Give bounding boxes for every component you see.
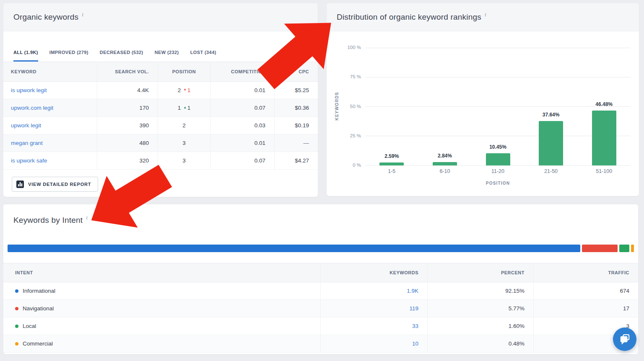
keyword-filter-tabs: ALL (1.9K)IMPROVED (279)DECREASED (532)N… [3, 31, 318, 62]
chart-bar [379, 162, 404, 165]
intent-segment-commercial [631, 245, 634, 252]
x-tick-label: 11-20 [473, 168, 523, 174]
bar-value-label: 10.45% [479, 144, 517, 150]
intent-header-row: INTENTKEYWORDSPERCENTTRAFFIC [3, 263, 638, 282]
keywords-count-link[interactable]: 33 [412, 323, 418, 329]
organic-keywords-header: Organic keywords i [3, 3, 318, 31]
cpc-cell: — [275, 134, 318, 152]
chat-bubbles-icon [618, 333, 631, 346]
column-header: POSITION [158, 62, 210, 81]
keyword-row: is upwork safe32030.07$4.27 [3, 152, 318, 170]
keywords-count-link[interactable]: 119 [409, 305, 418, 312]
keywords-by-intent-panel: Keywords by Intent i INTENTKEYWORDSPERCE… [3, 204, 638, 354]
intent-title: Keywords by Intent [13, 216, 83, 225]
keyword-link[interactable]: upwork.com legit [11, 105, 53, 111]
gridline [365, 136, 631, 136]
y-tick-label: 0 % [338, 162, 361, 168]
column-header: CPC [275, 62, 318, 81]
down-triangle-icon: ▼ [183, 88, 187, 92]
info-icon[interactable]: i [86, 214, 88, 221]
traffic-cell: 674 [534, 282, 638, 299]
tab-improved[interactable]: IMPROVED (279) [49, 46, 88, 62]
keyword-row: is upwork legit4.4K2▼10.01$5.25 [3, 82, 318, 99]
intent-dot-icon [15, 342, 18, 346]
distribution-title: Distribution of organic keyword rankings [337, 13, 481, 22]
search-vol-cell: 390 [97, 117, 158, 134]
keywords-count-link[interactable]: 10 [412, 340, 418, 347]
search-vol-cell: 320 [97, 152, 158, 169]
search-vol-cell: 170 [97, 99, 158, 116]
info-icon[interactable]: i [82, 11, 83, 18]
column-header: INTENT [3, 263, 321, 282]
keywords-count-link[interactable]: 1.9K [407, 288, 418, 294]
percent-cell: 0.48% [428, 335, 534, 352]
x-tick-label: 6-10 [420, 168, 470, 174]
position-cell: 3 [158, 134, 210, 152]
bar-value-label: 37.64% [532, 112, 570, 118]
x-tick-label: 21-50 [526, 168, 576, 174]
intent-segment-navigational [582, 245, 618, 252]
intent-row: Informational1.9K92.15%674 [3, 282, 638, 300]
intent-dot-icon [15, 289, 18, 293]
intent-table: INTENTKEYWORDSPERCENTTRAFFICInformationa… [3, 263, 638, 353]
intent-dot-icon [15, 325, 18, 328]
tab-decreased[interactable]: DECREASED (532) [100, 46, 143, 62]
column-header: PERCENT [428, 263, 534, 282]
rankings-bar-chart: 100 %75 %50 %25 %0 %2.59%1-52.84%6-1010.… [365, 48, 631, 165]
keyword-link[interactable]: is upwork legit [11, 87, 47, 93]
percent-cell: 92.15% [428, 282, 534, 299]
intent-distribution-bar [8, 245, 634, 252]
x-axis-title: POSITION [365, 181, 631, 186]
keyword-row: upwork legit39020.03$0.19 [3, 117, 318, 134]
keyword-row: upwork.com legit1701▲10.07$0.36 [3, 99, 318, 117]
intent-label: Local [23, 323, 36, 329]
position-change-up: ▲1 [183, 105, 190, 111]
competition-cell: 0.07 [210, 99, 275, 116]
column-header: KEYWORDS [321, 263, 428, 282]
y-tick-label: 100 % [338, 45, 361, 50]
view-detailed-report-button[interactable]: VIEW DETAILED REPORT [12, 177, 98, 192]
cpc-cell: $4.27 [275, 152, 318, 169]
keyword-link[interactable]: upwork legit [11, 122, 41, 129]
info-icon[interactable]: i [485, 11, 486, 18]
chart-bar [539, 121, 563, 165]
search-vol-cell: 480 [97, 134, 158, 152]
table-header-row: KEYWORDSEARCH VOL.POSITIONCOMPETITIONCPC [3, 62, 318, 82]
keywords-cell: 119 [321, 300, 428, 317]
distribution-panel: Distribution of organic keyword rankings… [327, 3, 639, 196]
gridline [365, 77, 631, 77]
intent-row: Local331.60%3 [3, 317, 638, 335]
tab-all[interactable]: ALL (1.9K) [13, 46, 38, 62]
x-tick-label: 51-100 [579, 168, 629, 174]
organic-keywords-title: Organic keywords [13, 13, 78, 22]
y-tick-label: 50 % [338, 104, 361, 109]
column-header: COMPETITION [210, 62, 275, 81]
distribution-header: Distribution of organic keyword rankings… [327, 3, 639, 31]
column-header: KEYWORD [3, 62, 97, 81]
keyword-link[interactable]: megan grant [11, 140, 43, 146]
keyword-link[interactable]: is upwork safe [11, 157, 47, 164]
keywords-cell: 10 [321, 335, 428, 352]
up-triangle-icon: ▲ [183, 106, 187, 109]
bar-value-label: 2.59% [373, 153, 410, 159]
seo-dashboard: Organic keywords i ALL (1.9K)IMPROVED (2… [0, 0, 644, 361]
intent-dot-icon [15, 307, 18, 310]
tab-lost[interactable]: LOST (344) [190, 46, 216, 62]
tab-new[interactable]: NEW (232) [155, 46, 179, 62]
bar-value-label: 46.48% [585, 101, 623, 107]
cpc-cell: $0.36 [275, 99, 318, 116]
view-detailed-report-label: VIEW DETAILED REPORT [28, 182, 91, 187]
chart-bar [433, 162, 457, 165]
position-cell: 3 [158, 152, 210, 169]
position-cell: 2▼1 [158, 82, 210, 99]
intent-label: Informational [23, 288, 55, 294]
column-header: TRAFFIC [534, 263, 638, 282]
keywords-cell: 33 [321, 317, 428, 335]
chart-bar [592, 111, 616, 165]
competition-cell: 0.01 [210, 134, 275, 152]
chat-widget-button[interactable] [613, 327, 636, 351]
organic-keywords-table: KEYWORDSEARCH VOL.POSITIONCOMPETITIONCPC… [3, 62, 318, 170]
intent-header: Keywords by Intent i [3, 204, 638, 236]
chart-bar [486, 153, 510, 165]
intent-segment-local [619, 245, 629, 252]
